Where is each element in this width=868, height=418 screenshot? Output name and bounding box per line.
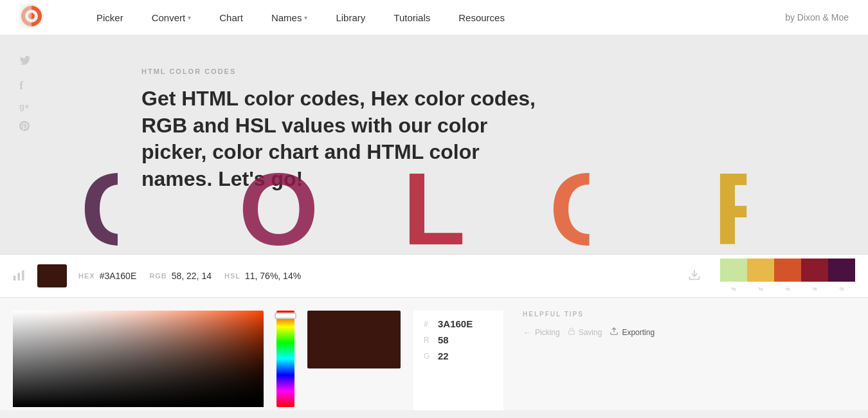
picking-icon: ← bbox=[523, 327, 532, 338]
svg-rect-8 bbox=[568, 331, 574, 335]
nav-items: Picker Convert ▾ Chart Names ▾ Library T… bbox=[82, 12, 785, 23]
palette-strip: % % % % % bbox=[720, 259, 855, 293]
helpful-tips-title: HELPFUL TIPS bbox=[523, 311, 849, 318]
saving-icon bbox=[568, 327, 575, 338]
saving-label: Saving bbox=[579, 328, 602, 337]
palette-label-3: % bbox=[785, 286, 790, 292]
palette-label-1: % bbox=[731, 286, 736, 292]
rgb-group: RGB 58, 22, 14 bbox=[149, 271, 212, 281]
hero-section: f g+ HTML Color Codes Get HTML color cod… bbox=[0, 35, 868, 254]
chevron-down-icon: ▾ bbox=[188, 14, 191, 21]
pinterest-icon[interactable] bbox=[19, 120, 31, 135]
nav-item-convert[interactable]: Convert ▾ bbox=[138, 12, 206, 23]
color-info: HEX #3A160E RGB 58, 22, 14 HSL 11, 76%, … bbox=[78, 271, 688, 281]
decorative-letters: C O L O R bbox=[0, 183, 868, 254]
hex-group: HEX #3A160E bbox=[78, 271, 136, 281]
exporting-label: Exporting bbox=[622, 328, 655, 337]
picker-section: # 3A160E R 58 G 22 HELPFUL TIPS ← Pickin… bbox=[0, 298, 868, 410]
main-color-swatch[interactable] bbox=[37, 264, 67, 287]
brand-label: by Dixon & Moe bbox=[785, 12, 849, 23]
hex-symbol: # bbox=[424, 320, 431, 329]
color-gradient[interactable] bbox=[13, 311, 264, 407]
palette-swatch-2[interactable]: % bbox=[747, 259, 774, 282]
svg-rect-5 bbox=[18, 273, 20, 280]
googleplus-icon[interactable]: g+ bbox=[19, 102, 31, 111]
g-symbol: G bbox=[424, 352, 431, 361]
tip-saving[interactable]: Saving bbox=[568, 327, 602, 338]
hsl-label: HSL bbox=[224, 272, 240, 280]
hero-label: HTML Color Codes bbox=[141, 68, 868, 75]
helpful-tips: HELPFUL TIPS ← Picking Saving Exporting bbox=[516, 311, 855, 410]
palette-swatch-1[interactable]: % bbox=[720, 259, 747, 282]
picking-label: Picking bbox=[535, 328, 560, 337]
hex-display-value: 3A160E bbox=[438, 318, 473, 329]
facebook-icon[interactable]: f bbox=[19, 78, 31, 93]
nav-item-chart[interactable]: Chart bbox=[205, 12, 257, 23]
r-symbol: R bbox=[424, 336, 431, 345]
exporting-icon bbox=[610, 327, 619, 338]
hsl-group: HSL 11, 76%, 14% bbox=[224, 271, 301, 281]
hue-slider[interactable] bbox=[276, 311, 294, 407]
r-row: R 58 bbox=[424, 334, 493, 345]
palette-label-4: % bbox=[812, 286, 817, 292]
logo[interactable] bbox=[19, 4, 63, 31]
nav-item-resources[interactable]: Resources bbox=[444, 12, 519, 23]
svg-rect-3 bbox=[19, 4, 32, 28]
g-row: G 22 bbox=[424, 350, 493, 361]
g-value: 22 bbox=[438, 350, 449, 361]
palette-swatch-3[interactable]: % bbox=[774, 259, 801, 282]
download-icon[interactable] bbox=[688, 268, 701, 284]
hex-row: # 3A160E bbox=[424, 318, 493, 329]
big-letter-o1: O bbox=[239, 158, 318, 254]
hsl-value: 11, 76%, 14% bbox=[245, 271, 301, 281]
nav-item-tutorials[interactable]: Tutorials bbox=[379, 12, 444, 23]
big-letter-l: L bbox=[402, 158, 466, 254]
palette-swatch-5[interactable]: % bbox=[828, 259, 855, 282]
color-result-box bbox=[307, 311, 401, 368]
tip-picking[interactable]: ← Picking bbox=[523, 327, 560, 338]
rgb-value: 58, 22, 14 bbox=[172, 271, 212, 281]
social-sidebar: f g+ bbox=[19, 55, 31, 135]
rgb-label: RGB bbox=[149, 272, 167, 280]
tip-exporting[interactable]: Exporting bbox=[610, 327, 655, 338]
nav-item-picker[interactable]: Picker bbox=[82, 12, 138, 23]
r-value: 58 bbox=[438, 334, 449, 345]
hero-heading: Get HTML color codes, Hex color codes, R… bbox=[141, 86, 540, 192]
nav-item-library[interactable]: Library bbox=[321, 12, 379, 23]
color-bar: HEX #3A160E RGB 58, 22, 14 HSL 11, 76%, … bbox=[0, 254, 868, 298]
palette-swatch-4[interactable]: % bbox=[801, 259, 828, 282]
palette-label-2: % bbox=[758, 286, 763, 292]
tips-row: ← Picking Saving Exporting bbox=[523, 327, 849, 338]
svg-rect-4 bbox=[14, 275, 15, 280]
color-values-box: # 3A160E R 58 G 22 bbox=[413, 311, 503, 410]
twitter-icon[interactable] bbox=[19, 55, 31, 69]
bar-chart-icon[interactable] bbox=[13, 268, 26, 284]
hex-value: #3A160E bbox=[100, 271, 137, 281]
hex-label: HEX bbox=[78, 272, 95, 280]
nav-item-names[interactable]: Names ▾ bbox=[257, 12, 322, 23]
palette-label-5: % bbox=[839, 286, 844, 292]
chevron-down-icon: ▾ bbox=[304, 14, 307, 21]
navbar: Picker Convert ▾ Chart Names ▾ Library T… bbox=[0, 0, 868, 35]
svg-rect-6 bbox=[22, 270, 24, 280]
